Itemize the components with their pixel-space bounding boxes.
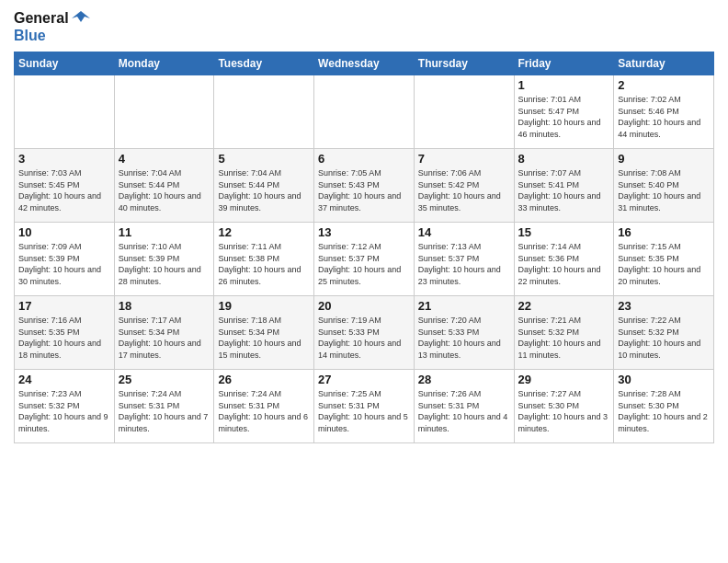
logo-bird-icon <box>72 9 90 28</box>
calendar-cell: 1Sunrise: 7:01 AM Sunset: 5:47 PM Daylig… <box>514 75 614 149</box>
calendar-cell: 9Sunrise: 7:08 AM Sunset: 5:40 PM Daylig… <box>614 149 714 223</box>
calendar-header-tuesday: Tuesday <box>214 52 314 75</box>
cell-text: Sunrise: 7:21 AM Sunset: 5:32 PM Dayligh… <box>518 315 610 361</box>
day-number: 21 <box>418 299 510 313</box>
cell-text: Sunrise: 7:01 AM Sunset: 5:47 PM Dayligh… <box>518 94 610 140</box>
day-number: 30 <box>618 373 710 386</box>
calendar-cell <box>414 75 514 149</box>
day-number: 23 <box>618 299 710 313</box>
day-number: 19 <box>218 299 310 313</box>
calendar-cell: 13Sunrise: 7:12 AM Sunset: 5:37 PM Dayli… <box>314 223 415 296</box>
logo: General Blue <box>14 9 90 44</box>
calendar-cell <box>214 75 314 149</box>
cell-text: Sunrise: 7:18 AM Sunset: 5:34 PM Dayligh… <box>218 315 310 361</box>
calendar-cell: 2Sunrise: 7:02 AM Sunset: 5:46 PM Daylig… <box>614 75 714 149</box>
calendar-cell: 28Sunrise: 7:26 AM Sunset: 5:31 PM Dayli… <box>414 370 514 443</box>
calendar-header-wednesday: Wednesday <box>314 52 415 75</box>
cell-text: Sunrise: 7:28 AM Sunset: 5:30 PM Dayligh… <box>618 388 710 434</box>
calendar-cell: 17Sunrise: 7:16 AM Sunset: 5:35 PM Dayli… <box>15 296 115 370</box>
calendar-week-5: 24Sunrise: 7:23 AM Sunset: 5:32 PM Dayli… <box>15 370 714 443</box>
day-number: 28 <box>418 373 510 386</box>
logo-text-blue: Blue <box>14 28 46 44</box>
day-number: 13 <box>318 225 410 239</box>
day-number: 14 <box>418 225 510 239</box>
day-number: 20 <box>318 299 410 313</box>
calendar-cell: 14Sunrise: 7:13 AM Sunset: 5:37 PM Dayli… <box>414 223 514 296</box>
cell-text: Sunrise: 7:27 AM Sunset: 5:30 PM Dayligh… <box>518 388 610 434</box>
day-number: 11 <box>119 225 210 239</box>
day-number: 1 <box>518 78 610 92</box>
day-number: 8 <box>518 152 610 166</box>
cell-text: Sunrise: 7:20 AM Sunset: 5:33 PM Dayligh… <box>418 315 510 361</box>
calendar-table: SundayMondayTuesdayWednesdayThursdayFrid… <box>14 52 714 443</box>
cell-text: Sunrise: 7:03 AM Sunset: 5:45 PM Dayligh… <box>18 167 110 213</box>
calendar-cell: 7Sunrise: 7:06 AM Sunset: 5:42 PM Daylig… <box>414 149 514 223</box>
day-number: 29 <box>518 373 610 386</box>
cell-text: Sunrise: 7:08 AM Sunset: 5:40 PM Dayligh… <box>618 167 710 213</box>
calendar-cell: 12Sunrise: 7:11 AM Sunset: 5:38 PM Dayli… <box>214 223 314 296</box>
calendar-cell: 22Sunrise: 7:21 AM Sunset: 5:32 PM Dayli… <box>514 296 614 370</box>
cell-text: Sunrise: 7:13 AM Sunset: 5:37 PM Dayligh… <box>418 241 510 287</box>
cell-text: Sunrise: 7:12 AM Sunset: 5:37 PM Dayligh… <box>318 241 410 287</box>
cell-text: Sunrise: 7:25 AM Sunset: 5:31 PM Dayligh… <box>318 388 410 434</box>
calendar-header-sunday: Sunday <box>15 52 115 75</box>
calendar-cell: 27Sunrise: 7:25 AM Sunset: 5:31 PM Dayli… <box>314 370 415 443</box>
cell-text: Sunrise: 7:05 AM Sunset: 5:43 PM Dayligh… <box>318 167 410 213</box>
calendar-cell: 25Sunrise: 7:24 AM Sunset: 5:31 PM Dayli… <box>114 370 214 443</box>
cell-text: Sunrise: 7:23 AM Sunset: 5:32 PM Dayligh… <box>18 388 110 434</box>
day-number: 4 <box>119 152 210 166</box>
page-container: General Blue SundayMondayTuesdayWednesda… <box>0 0 728 448</box>
calendar-cell: 21Sunrise: 7:20 AM Sunset: 5:33 PM Dayli… <box>414 296 514 370</box>
day-number: 27 <box>318 373 410 386</box>
calendar-cell: 19Sunrise: 7:18 AM Sunset: 5:34 PM Dayli… <box>214 296 314 370</box>
calendar-cell: 20Sunrise: 7:19 AM Sunset: 5:33 PM Dayli… <box>314 296 415 370</box>
cell-text: Sunrise: 7:04 AM Sunset: 5:44 PM Dayligh… <box>119 167 210 213</box>
calendar-cell: 6Sunrise: 7:05 AM Sunset: 5:43 PM Daylig… <box>314 149 415 223</box>
calendar-cell: 18Sunrise: 7:17 AM Sunset: 5:34 PM Dayli… <box>114 296 214 370</box>
cell-text: Sunrise: 7:11 AM Sunset: 5:38 PM Dayligh… <box>218 241 310 287</box>
cell-text: Sunrise: 7:09 AM Sunset: 5:39 PM Dayligh… <box>18 241 110 287</box>
day-number: 5 <box>218 152 310 166</box>
calendar-cell: 30Sunrise: 7:28 AM Sunset: 5:30 PM Dayli… <box>614 370 714 443</box>
cell-text: Sunrise: 7:22 AM Sunset: 5:32 PM Dayligh… <box>618 315 710 361</box>
calendar-cell: 26Sunrise: 7:24 AM Sunset: 5:31 PM Dayli… <box>214 370 314 443</box>
calendar-cell: 24Sunrise: 7:23 AM Sunset: 5:32 PM Dayli… <box>15 370 115 443</box>
calendar-header-saturday: Saturday <box>614 52 714 75</box>
day-number: 18 <box>119 299 210 313</box>
logo-text-general: General <box>14 10 69 27</box>
calendar-cell: 11Sunrise: 7:10 AM Sunset: 5:39 PM Dayli… <box>114 223 214 296</box>
svg-marker-0 <box>72 11 90 22</box>
cell-text: Sunrise: 7:26 AM Sunset: 5:31 PM Dayligh… <box>418 388 510 434</box>
day-number: 7 <box>418 152 510 166</box>
day-number: 3 <box>18 152 110 166</box>
cell-text: Sunrise: 7:24 AM Sunset: 5:31 PM Dayligh… <box>119 388 210 434</box>
calendar-cell: 8Sunrise: 7:07 AM Sunset: 5:41 PM Daylig… <box>514 149 614 223</box>
day-number: 17 <box>18 299 110 313</box>
calendar-cell <box>114 75 214 149</box>
calendar-cell <box>314 75 415 149</box>
cell-text: Sunrise: 7:19 AM Sunset: 5:33 PM Dayligh… <box>318 315 410 361</box>
day-number: 2 <box>618 78 710 92</box>
calendar-cell: 5Sunrise: 7:04 AM Sunset: 5:44 PM Daylig… <box>214 149 314 223</box>
day-number: 24 <box>18 373 110 386</box>
day-number: 6 <box>318 152 410 166</box>
calendar-cell <box>15 75 115 149</box>
calendar-header-friday: Friday <box>514 52 614 75</box>
calendar-header-monday: Monday <box>114 52 214 75</box>
calendar-cell: 15Sunrise: 7:14 AM Sunset: 5:36 PM Dayli… <box>514 223 614 296</box>
calendar-cell: 16Sunrise: 7:15 AM Sunset: 5:35 PM Dayli… <box>614 223 714 296</box>
cell-text: Sunrise: 7:24 AM Sunset: 5:31 PM Dayligh… <box>218 388 310 434</box>
cell-text: Sunrise: 7:06 AM Sunset: 5:42 PM Dayligh… <box>418 167 510 213</box>
day-number: 10 <box>18 225 110 239</box>
calendar-cell: 4Sunrise: 7:04 AM Sunset: 5:44 PM Daylig… <box>114 149 214 223</box>
calendar-week-4: 17Sunrise: 7:16 AM Sunset: 5:35 PM Dayli… <box>15 296 714 370</box>
calendar-cell: 29Sunrise: 7:27 AM Sunset: 5:30 PM Dayli… <box>514 370 614 443</box>
cell-text: Sunrise: 7:16 AM Sunset: 5:35 PM Dayligh… <box>18 315 110 361</box>
cell-text: Sunrise: 7:15 AM Sunset: 5:35 PM Dayligh… <box>618 241 710 287</box>
calendar-week-1: 1Sunrise: 7:01 AM Sunset: 5:47 PM Daylig… <box>15 75 714 149</box>
day-number: 26 <box>218 373 310 386</box>
calendar-cell: 23Sunrise: 7:22 AM Sunset: 5:32 PM Dayli… <box>614 296 714 370</box>
cell-text: Sunrise: 7:07 AM Sunset: 5:41 PM Dayligh… <box>518 167 610 213</box>
calendar-week-3: 10Sunrise: 7:09 AM Sunset: 5:39 PM Dayli… <box>15 223 714 296</box>
day-number: 16 <box>618 225 710 239</box>
